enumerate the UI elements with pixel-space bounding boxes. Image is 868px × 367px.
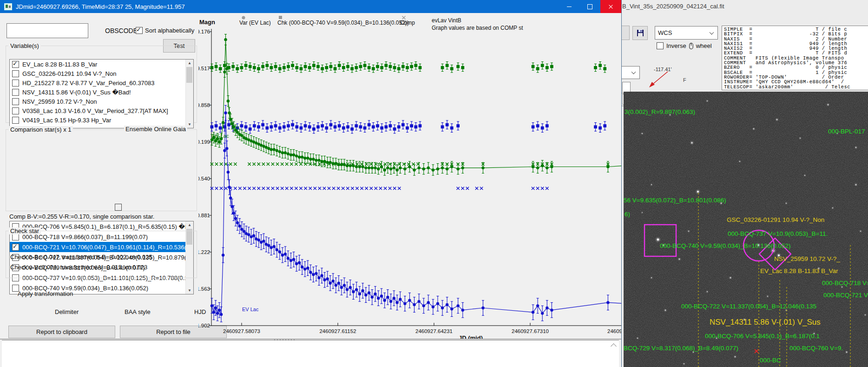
- photometry-window: JDmid=2460927.69266, TimeMid=28:37 25, M…: [0, 0, 622, 367]
- svg-text:9.517: 9.517: [198, 66, 210, 71]
- variable-label: HD_215227 8.72 V-8.77 V_Var_Period_60.37…: [22, 80, 155, 87]
- star-annotation: 3(0.002)_R=9.897(0.063): [625, 108, 695, 115]
- svg-text:Chk (000-BCQ-740 V=9.59(0.034): Chk (000-BCQ-740 V=9.59(0.034)_B=10.136(…: [277, 20, 409, 26]
- variable-label: NSV_14311 5.86 V-(0.01) V_Sus �Bad!: [22, 89, 131, 96]
- sort-alphabetically-label: Sort alphabetically: [145, 27, 194, 34]
- fits-header-panel[interactable]: SIMPLE = T / file c BITPIX = -32 / Bits …: [722, 26, 868, 90]
- variable-label: NSV_25959 10.72 V-?_Non: [22, 98, 97, 105]
- scroll-up-icon[interactable]: ▲: [186, 60, 193, 67]
- star-annotation: 56 V=9.635(0.072)_B=10.801(0.086): [624, 197, 726, 204]
- svg-text:10.199: 10.199: [198, 139, 210, 145]
- report-output-panel[interactable]: [2, 340, 619, 367]
- close-button[interactable]: [600, 0, 621, 13]
- variable-row[interactable]: NSV_14311 5.86 V-(0.01) V_Sus �Bad!: [10, 87, 193, 97]
- star-annotation: 000-BCQ-721 V=10.70: [823, 292, 868, 299]
- variable-label: V0358_Lac 10.3 V-16.0 V_Var_Period_327.7…: [22, 107, 168, 114]
- svg-text:2460927.64231: 2460927.64231: [415, 328, 453, 334]
- wcs-dropdown[interactable]: WCS: [655, 26, 718, 40]
- star-annotation: 000-BCQ-722 V=11.337(0.054)_B=12.046(0.1…: [681, 303, 816, 310]
- star-annotation: NSV_14311 5.86 V-(.01) V_Sus: [710, 318, 821, 327]
- svg-text:2460927.61152: 2460927.61152: [319, 328, 356, 334]
- checkbox[interactable]: [12, 98, 19, 105]
- variable-label: GSC_03226-01291 10.94 V-?_Non: [22, 70, 116, 77]
- variable-row[interactable]: NSV_25959 10.72 V-?_Non: [10, 97, 193, 106]
- checkbox[interactable]: [12, 70, 19, 77]
- inverse-wheel-option[interactable]: Inverse wheel: [657, 42, 712, 49]
- window-titlebar[interactable]: JDmid=2460927.69266, TimeMid=28:37 25, M…: [0, 0, 621, 13]
- panel-scroll-up-icon[interactable]: [612, 344, 616, 348]
- minimize-button[interactable]: [559, 0, 579, 13]
- star-annotation: EV_Lac 8.28 B-11.83 B_Var: [760, 267, 838, 274]
- star-annotation: 000-BC: [760, 357, 781, 364]
- star-annotation: GSC_03226-01291 10.94 V-?_Non: [727, 216, 824, 223]
- star-annotation: 000-BCQ-740 V=9.59(0.034)_B=10.136(0.052…: [660, 242, 790, 249]
- star-annotation: BCQ-729 V=8.317(0.068)_B=8.49(0.077): [624, 345, 738, 352]
- variable-row[interactable]: HD_215227 8.72 V-8.77 V_Var_Period_60.37…: [10, 78, 193, 87]
- svg-text:11.902: 11.902: [198, 323, 210, 328]
- comparison-group-title: Comparison star(s) x 1: [8, 126, 73, 133]
- wcs-dropdown-value: WCS: [658, 29, 672, 36]
- scroll-up-icon[interactable]: ▲: [186, 221, 193, 228]
- star-annotation: 6): [625, 211, 630, 218]
- window-title: JDmid=2460927.69266, TimeMid=28:37 25, M…: [16, 3, 185, 10]
- checkbox[interactable]: [12, 61, 19, 68]
- svg-text:Var (EV Lac): Var (EV Lac): [239, 20, 271, 26]
- variable-row[interactable]: V0358_Lac 10.3 V-16.0 V_Var_Period_327.7…: [10, 106, 193, 115]
- maximize-icon: [587, 4, 592, 9]
- scroll-down-icon[interactable]: ▼: [186, 287, 193, 294]
- mouse-wheel-icon: [689, 43, 693, 49]
- lightcurve-canvas: 9.1769.5179.85810.19910.54010.88111.2221…: [198, 13, 621, 339]
- variables-scrollbar[interactable]: ▲ ▼: [185, 60, 193, 128]
- star-annotation: 000-BCQ-718 V=9.8: [822, 280, 868, 287]
- ensemble-gaia-label: Ensemble Online Gaia: [124, 126, 187, 133]
- report-to-clipboard-button[interactable]: Report to clipboard: [8, 326, 115, 338]
- svg-text:Comp: Comp: [400, 20, 415, 26]
- svg-text:9.858: 9.858: [198, 102, 210, 108]
- obscode-input[interactable]: [7, 23, 88, 38]
- variables-list[interactable]: EV_Lac 8.28 B-11.83 B_VarGSC_03226-01291…: [9, 59, 194, 128]
- inverse-wheel-checkbox[interactable]: [657, 42, 664, 49]
- floppy-disk-icon: [637, 29, 644, 37]
- star-annotation: 000-BCQ-760 V=9.: [789, 345, 843, 352]
- north-arrow-icon: [645, 70, 673, 91]
- obscode-label: OBSCODE: [105, 27, 138, 34]
- star-annotation: 000-BPL-017: [828, 128, 865, 135]
- star-annotation: 000-BCQ-706 V=5.845(0.1)_B=6.187(0.1: [705, 333, 820, 340]
- wheel-label: wheel: [696, 42, 712, 49]
- svg-text:evLav VintB: evLav VintB: [432, 17, 461, 24]
- comparison-star-label: 000-BCQ-706 V=5.845(0.1)_B=6.187(0.1)_R=…: [22, 223, 194, 230]
- svg-text:JD (mid): JD (mid): [459, 334, 483, 339]
- svg-text:10.881: 10.881: [198, 213, 210, 218]
- variable-row[interactable]: V0419_Lac 9.15 Hp-9.33 Hp_Var: [10, 115, 193, 125]
- star-image[interactable]: 3(0.002)_R=9.897(0.063)000-BPL-01756 V=9…: [624, 92, 868, 367]
- fits-header-text: SIMPLE = T / file c BITPIX = -32 / Bits …: [724, 27, 868, 89]
- fits-window-title: B_Vint_35s_20250909_042124_cal.fit: [622, 3, 724, 10]
- sort-alphabetically-checkbox[interactable]: [136, 27, 143, 34]
- checkbox[interactable]: [12, 89, 19, 96]
- scrollbar-thumb[interactable]: [186, 67, 192, 83]
- maximize-button[interactable]: [579, 0, 600, 13]
- svg-text:EV Lac: EV Lac: [242, 307, 259, 312]
- close-icon: [608, 4, 613, 9]
- checkbox[interactable]: [12, 80, 19, 87]
- svg-text:10.540: 10.540: [198, 176, 210, 181]
- app-icon: [4, 3, 12, 10]
- filter-label: F: [683, 77, 686, 83]
- screen: { "window": { "title": "JDmid=2460927.69…: [0, 0, 868, 367]
- svg-text:EV Lac: EV Lac: [212, 133, 229, 139]
- variable-label: V0419_Lac 9.15 Hp-9.33 Hp_Var: [22, 117, 111, 124]
- variable-row[interactable]: EV_Lac 8.28 B-11.83 B_Var: [10, 60, 193, 69]
- ensemble-gaia-checkbox[interactable]: [115, 204, 122, 211]
- comp-summary: Comp B-V:=0.255 V-R:=0.170, single compa…: [9, 213, 154, 220]
- checkbox[interactable]: [12, 107, 19, 114]
- svg-text:11.563: 11.563: [198, 286, 210, 292]
- check-b-line: Check b-B=-0.047, transformed b-B=-0.002…: [10, 254, 152, 260]
- svg-text:2460927.67310: 2460927.67310: [512, 328, 549, 334]
- comparison-group: [6, 129, 197, 211]
- lightcurve-chart[interactable]: 9.1769.5179.85810.19910.54010.88111.2221…: [198, 13, 621, 339]
- checkbox[interactable]: [12, 117, 19, 124]
- variable-row[interactable]: GSC_03226-01291 10.94 V-?_Non: [10, 69, 193, 78]
- svg-text:11.222: 11.222: [198, 249, 210, 255]
- save-button[interactable]: [632, 26, 648, 40]
- svg-text:24609: 24609: [607, 328, 621, 334]
